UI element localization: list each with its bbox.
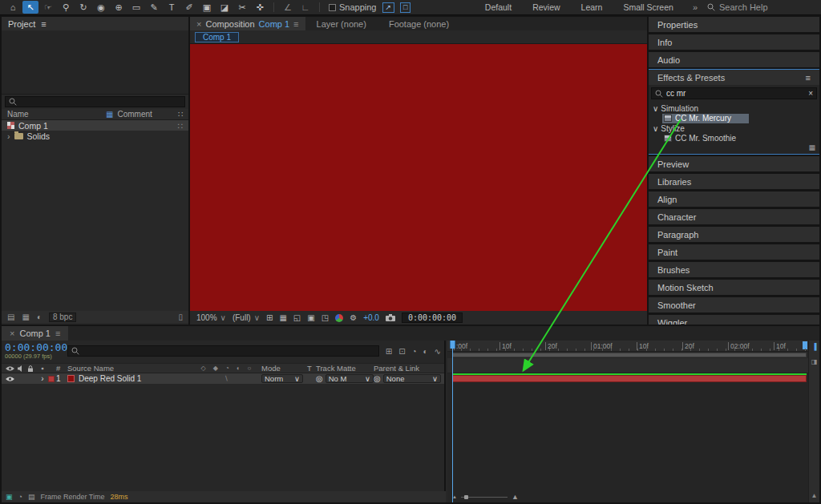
shy-icon[interactable]: ◇: [201, 365, 206, 372]
parent-dropdown[interactable]: None∨: [383, 374, 441, 383]
collapse-icon[interactable]: ◆: [213, 365, 218, 372]
shape-tool-icon[interactable]: ▭: [128, 1, 144, 14]
panel-brushes[interactable]: Brushes: [649, 262, 819, 277]
workspace-review[interactable]: Review: [532, 2, 560, 12]
track-matte-dropdown[interactable]: No M∨: [326, 374, 374, 383]
pickwhip-icon[interactable]: ◎: [316, 374, 323, 383]
timeline-search-field[interactable]: [67, 345, 379, 357]
exposure-value[interactable]: +0.0: [363, 313, 379, 322]
hide-shy-icon[interactable]: ◔: [412, 347, 417, 356]
workspace-default[interactable]: Default: [485, 2, 512, 12]
clear-search-icon[interactable]: ×: [808, 89, 813, 98]
color-depth-button[interactable]: 8 bpc: [49, 312, 76, 322]
mode-column[interactable]: Mode: [261, 364, 303, 373]
composition-viewport[interactable]: [190, 44, 647, 311]
panel-preview[interactable]: Preview: [649, 156, 819, 171]
pen-tool-icon[interactable]: ✎: [146, 1, 162, 14]
grid-icon[interactable]: ▦: [279, 313, 286, 322]
project-search-input[interactable]: [5, 96, 185, 107]
quality-toggle-icon[interactable]: ∖: [224, 375, 228, 382]
type-column-icon[interactable]: ▦: [106, 110, 113, 119]
mask-toggle-icon[interactable]: ▣: [307, 313, 314, 322]
audio-icon[interactable]: [18, 365, 24, 372]
snapshot-camera-icon[interactable]: [386, 314, 395, 321]
eye-icon[interactable]: [6, 365, 14, 372]
home-icon[interactable]: ⌂: [5, 1, 21, 14]
close-icon[interactable]: ×: [10, 329, 14, 338]
motion-blur-icon[interactable]: ○: [248, 365, 252, 372]
zoom-slider[interactable]: [461, 497, 508, 498]
effects-presets-header[interactable]: Effects & Presets ≡: [649, 70, 819, 85]
hand-tool-icon[interactable]: ☞: [40, 1, 56, 14]
render-status-icon[interactable]: ▣: [6, 493, 13, 501]
snapping-checkbox[interactable]: [329, 4, 336, 11]
tab-footage[interactable]: Footage (none): [378, 19, 460, 29]
tab-composition[interactable]: × Composition Comp 1 ≡: [190, 17, 305, 30]
timeline-search-input[interactable]: [83, 347, 375, 356]
pickwhip-icon[interactable]: ◎: [374, 374, 381, 383]
panel-properties[interactable]: Properties: [649, 17, 819, 32]
composition-mini-flowchart-icon[interactable]: ⊞: [386, 347, 392, 356]
camera-tool-icon[interactable]: ◉: [93, 1, 109, 14]
layer-label-color[interactable]: [48, 376, 55, 382]
eye-icon[interactable]: [6, 376, 14, 382]
panel-character[interactable]: Character: [649, 209, 819, 224]
project-item-comp1[interactable]: Comp 1 ∷: [2, 120, 188, 131]
timeline-tab-comp1[interactable]: × Comp 1 ≡: [2, 326, 68, 341]
panel-menu-icon[interactable]: ≡: [806, 73, 811, 83]
tree-category-stylize[interactable]: ∨ Stylize: [653, 123, 819, 133]
tab-layer[interactable]: Layer (none): [305, 19, 378, 29]
brush-tool-icon[interactable]: ✐: [181, 1, 197, 14]
panel-libraries[interactable]: Libraries: [649, 174, 819, 189]
workspace-overflow-icon[interactable]: »: [693, 2, 698, 12]
panel-menu-icon[interactable]: ≡: [55, 329, 60, 338]
track-options-icon[interactable]: ◨: [811, 358, 818, 365]
new-folder-icon[interactable]: ▤: [7, 312, 14, 321]
layer-expand-caret-icon[interactable]: ›: [38, 374, 47, 383]
zoom-mountain-icon[interactable]: ▲: [811, 492, 818, 502]
project-panel-tab[interactable]: Project ≡: [2, 17, 188, 30]
layer-duration-bar[interactable]: [452, 375, 807, 382]
comp-end-marker[interactable]: [803, 341, 807, 349]
effects-icon[interactable]: ◐: [237, 365, 241, 372]
new-composition-icon[interactable]: ▦: [22, 312, 29, 321]
draft-3d-icon[interactable]: ⊡: [398, 347, 405, 356]
current-time-indicator[interactable]: [452, 341, 453, 502]
zoom-in-icon[interactable]: ▲: [512, 493, 519, 501]
layer-row-deep-red-solid[interactable]: › 1 Deep Red Solid 1 ∖ Norm∨ ◎ No M∨ ◎: [2, 373, 444, 384]
effects-search-input[interactable]: [666, 89, 805, 98]
layer-name[interactable]: Deep Red Solid 1: [79, 374, 141, 383]
puppet-pin-tool-icon[interactable]: ✜: [252, 1, 268, 14]
flowchart-icon[interactable]: ∷: [178, 110, 183, 119]
project-item-solids[interactable]: › Solids: [2, 131, 188, 141]
tree-category-simulation[interactable]: ∨ Simulation: [653, 103, 819, 113]
expand-caret-icon[interactable]: ›: [7, 131, 10, 141]
safe-guides-icon[interactable]: ⊞: [266, 313, 273, 322]
workspace-learn[interactable]: Learn: [581, 2, 603, 12]
tree-effect-cc-mr-smoothie[interactable]: CC Mr. Smoothie: [653, 133, 819, 143]
pan-behind-tool-icon[interactable]: ⊕: [111, 1, 127, 14]
performance-icon[interactable]: ◔: [18, 493, 22, 501]
panel-motion-sketch[interactable]: Motion Sketch: [649, 280, 819, 295]
panel-menu-icon[interactable]: ≡: [41, 19, 46, 29]
graph-editor-icon[interactable]: ∿: [435, 347, 441, 356]
panel-corner-icon[interactable]: ▦: [808, 143, 815, 151]
gear-icon[interactable]: ⚙: [350, 313, 357, 322]
roto-brush-tool-icon[interactable]: ✂: [234, 1, 250, 14]
workspace-small-screen[interactable]: Small Screen: [623, 2, 673, 12]
viewer-tab-comp1[interactable]: Comp 1: [195, 32, 239, 42]
collapse-caret-icon[interactable]: ∨: [653, 104, 658, 113]
panel-align[interactable]: Align: [649, 192, 819, 207]
panel-info[interactable]: Info: [649, 34, 819, 50]
region-of-interest-icon[interactable]: ◳: [322, 313, 329, 322]
project-settings-icon[interactable]: ◐: [37, 312, 42, 321]
eraser-tool-icon[interactable]: ◪: [216, 1, 233, 14]
search-help-field[interactable]: Search Help: [707, 2, 816, 12]
close-icon[interactable]: ×: [196, 19, 201, 29]
cache-icon[interactable]: ▤: [28, 493, 35, 501]
panel-paragraph[interactable]: Paragraph: [649, 227, 819, 242]
project-search-text[interactable]: [20, 98, 181, 107]
resolution-dropdown[interactable]: (Full) ∨: [233, 313, 260, 322]
column-name[interactable]: Name: [7, 110, 102, 119]
effects-search-field[interactable]: ×: [651, 87, 817, 99]
